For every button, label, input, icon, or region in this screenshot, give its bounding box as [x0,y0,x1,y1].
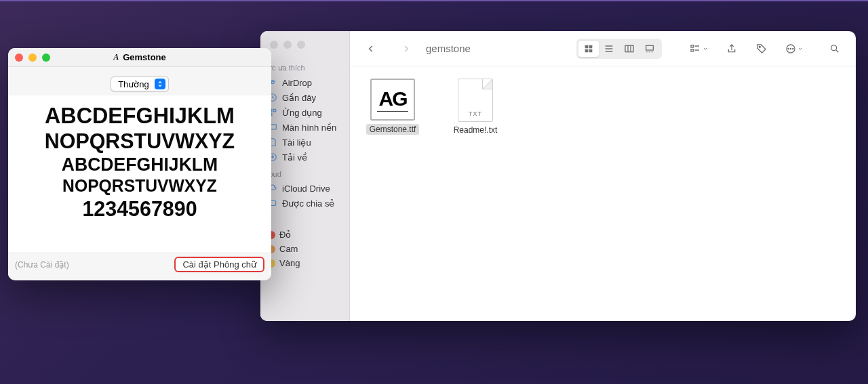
file-name: Readme!.txt [454,125,498,135]
column-view-button[interactable] [619,41,639,57]
sidebar-item-applications[interactable]: Ứng dụng [260,105,349,120]
svg-rect-10 [585,49,589,52]
finder-sidebar: ức ưa thích AirDrop Gần đây Ứng dụng Màn… [260,31,350,321]
svg-point-18 [788,48,789,49]
nav-buttons [361,41,416,57]
file-name: Gemstone.ttf [366,124,420,135]
preview-line: ABCDEFGHIJKLM [20,102,259,129]
file-item-gemstone-ttf[interactable]: AG Gemstone.ttf [362,79,423,135]
font-app-icon: A [113,52,119,62]
icon-view-button[interactable] [578,41,599,57]
svg-point-16 [759,46,760,47]
finder-traffic-lights[interactable] [260,38,349,58]
svg-point-20 [793,48,793,49]
close-icon[interactable] [15,54,23,62]
close-icon[interactable] [270,41,278,49]
maximize-icon[interactable] [297,41,305,49]
style-select-row: Thường [8,67,271,95]
sidebar-tag-red[interactable]: Đỏ [260,228,349,242]
forward-button[interactable] [396,41,416,57]
finder-toolbar: gemstone [350,31,856,66]
fontwin-title: AGemstone [113,52,166,62]
sidebar-item-icloud-drive[interactable]: iCloud Drive [260,181,349,196]
sidebar-section-favorites: ức ưa thích [267,64,349,72]
chevron-updown-icon [155,79,165,89]
sidebar-section-tags: ẻ [267,216,349,225]
install-font-button[interactable]: Cài đặt Phông chữ [174,257,264,272]
sidebar-item-documents[interactable]: Tài liệu [260,135,349,150]
font-thumbnail-icon: AG [370,79,415,121]
svg-point-21 [831,45,837,50]
sidebar-item-airdrop[interactable]: AirDrop [260,75,349,90]
svg-rect-12 [625,45,633,51]
svg-rect-8 [585,45,589,48]
list-view-button[interactable] [599,41,619,57]
font-style-select[interactable]: Thường [111,77,169,91]
back-button[interactable] [361,41,381,57]
maximize-icon[interactable] [42,54,50,62]
actions-button[interactable] [781,41,807,57]
svg-rect-13 [646,45,654,50]
preview-line: NOPQRSTUVWXYZ [20,129,259,154]
svg-rect-3 [273,109,276,112]
preview-line: 1234567890 [20,196,259,221]
view-mode-segment [576,39,662,59]
group-by-button[interactable] [685,41,712,57]
file-item-readme-txt[interactable]: TXT Readme!.txt [445,79,506,135]
sidebar-item-desktop[interactable]: Màn hình nền [260,120,349,135]
svg-point-0 [271,81,274,84]
txt-thumbnail-icon: TXT [458,79,493,122]
finder-window: ức ưa thích AirDrop Gần đây Ứng dụng Màn… [260,31,856,321]
sidebar-item-downloads[interactable]: Tải về [260,150,349,165]
svg-rect-11 [589,49,593,52]
gallery-view-button[interactable] [639,41,660,57]
minimize-icon[interactable] [283,41,292,49]
sidebar-item-recents[interactable]: Gần đây [260,90,349,105]
fontwin-titlebar: AGemstone [8,48,271,67]
minimize-icon[interactable] [28,54,37,62]
tags-button[interactable] [751,41,772,57]
search-button[interactable] [825,41,845,57]
sidebar-item-shared[interactable]: Được chia sẻ [260,196,349,211]
svg-rect-15 [691,49,693,51]
finder-main: gemstone AG Gemstone.ttf TXT Readme!.txt [350,31,856,321]
fontwin-footer: (Chưa Cài đặt) Cài đặt Phông chữ [8,253,271,276]
folder-title: gemstone [426,43,471,54]
svg-rect-14 [691,45,693,47]
svg-point-19 [790,48,791,49]
sidebar-tag-orange[interactable]: Cam [260,242,349,256]
font-preview-window: AGemstone Thường ABCDEFGHIJKLM NOPQRSTUV… [8,48,271,280]
sidebar-section-icloud: loud [267,170,349,178]
preview-line: ABCDEFGHIJKLM [20,154,259,175]
preview-line: NOPQRSTUVWXYZ [20,175,259,196]
font-preview-area: ABCDEFGHIJKLM NOPQRSTUVWXYZ ABCDEFGHIJKL… [8,95,271,253]
install-status: (Chưa Cài đặt) [15,260,69,270]
sidebar-tag-yellow[interactable]: Vàng [260,256,349,270]
share-button[interactable] [722,41,742,57]
fontwin-traffic-lights[interactable] [15,54,50,62]
svg-rect-9 [589,45,593,48]
finder-content: AG Gemstone.ttf TXT Readme!.txt [350,66,856,321]
